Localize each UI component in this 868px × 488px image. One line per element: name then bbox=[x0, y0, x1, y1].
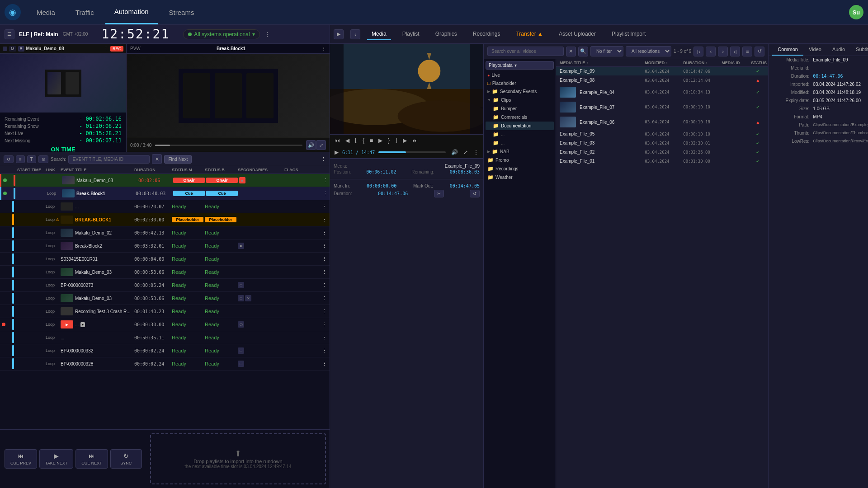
channel-more-btn[interactable]: ⋮ bbox=[264, 31, 270, 38]
tab-video[interactable]: Video bbox=[803, 44, 827, 56]
filter-dropdown[interactable]: No filter bbox=[590, 46, 623, 56]
folder-secondary-events[interactable]: ▶ 📁 Secondary Events bbox=[486, 87, 554, 96]
play-btn[interactable]: ▶ bbox=[377, 136, 384, 145]
file-row[interactable]: Example_File_04 03.04.2024 00:10:34.13 ✓ bbox=[556, 85, 768, 100]
table-row[interactable]: Loop Makalu_Demo_03 00:00:53.06 Ready Re… bbox=[0, 292, 330, 305]
view-toggle[interactable]: ≡ bbox=[742, 47, 752, 56]
file-row[interactable]: Example_File_06 03.04.2024 00:00:10.18 ▲ bbox=[556, 115, 768, 130]
mark-in2-btn[interactable]: { bbox=[361, 136, 366, 145]
next-frame-btn[interactable]: ▶ bbox=[401, 136, 409, 145]
pvw-volume-btn[interactable]: 🔊 bbox=[306, 140, 316, 150]
row-more[interactable]: ⋮ bbox=[322, 282, 330, 288]
pvw-more[interactable]: ⋮ bbox=[321, 46, 326, 51]
folder-placeholder[interactable]: □ Placeholder bbox=[486, 79, 554, 87]
browser-search-input[interactable] bbox=[487, 47, 564, 56]
table-row[interactable]: Loop Makalu_Demo_02 00:00:42.13 Ready Re… bbox=[0, 226, 330, 239]
video-volume-btn[interactable]: 🔊 bbox=[449, 148, 460, 156]
search-clear-icon[interactable]: ✕ bbox=[566, 47, 576, 56]
file-row[interactable]: Example_File_01 03.04.2024 00:01:30.00 ✓ bbox=[556, 157, 768, 166]
prev-frame-btn[interactable]: ◀ bbox=[344, 136, 351, 145]
pagination-last[interactable]: ›| bbox=[730, 47, 740, 56]
mark-out2-btn[interactable]: ⌋ bbox=[393, 136, 399, 145]
right-nav-media[interactable]: Media bbox=[367, 28, 391, 40]
right-nav-recordings[interactable]: Recordings bbox=[468, 28, 505, 40]
app-logo[interactable]: ◉ bbox=[5, 4, 21, 20]
table-row[interactable]: Loop Break-Block1 00:03:40.03 Cue Cue ⋮ bbox=[0, 187, 330, 200]
search-clear-btn[interactable]: ✕ bbox=[152, 154, 162, 164]
folder-documentation[interactable]: 📁 Documentation bbox=[486, 122, 554, 130]
event-search-input[interactable] bbox=[68, 155, 150, 164]
folder-commercials[interactable]: 📁 Commercials bbox=[486, 113, 554, 122]
folder-recordings[interactable]: 📁 Recordings bbox=[486, 164, 554, 173]
table-row[interactable]: Loop ▶ ... ▾ 00:00:30.00 Ready Ready ⬡ ⋮ bbox=[0, 318, 330, 331]
row-more[interactable]: ⋮ bbox=[323, 178, 330, 183]
table-row[interactable]: Loop ⚠ BREAK-BLOCK1 00:02:30.00 Placehol… bbox=[0, 213, 330, 226]
preview-more[interactable]: ⋮ bbox=[104, 46, 108, 52]
row-more[interactable]: ⋮ bbox=[322, 348, 330, 354]
table-row[interactable]: Loop ... 00:00:20.07 Ready Ready ⋮ bbox=[0, 200, 330, 213]
row-more[interactable]: ⋮ bbox=[322, 309, 330, 314]
seek-start-btn[interactable]: ⏮ bbox=[333, 136, 342, 145]
right-nav-graphics[interactable]: Graphics bbox=[431, 28, 462, 40]
refresh-btn[interactable]: ↺ bbox=[4, 155, 14, 163]
playoutdata-dropdown[interactable]: Playoutdata ▾ bbox=[486, 61, 554, 70]
nav-media[interactable]: Media bbox=[28, 0, 64, 24]
find-next-btn[interactable]: Find Next bbox=[164, 155, 192, 164]
right-nav-playlist-import[interactable]: Playlist Import bbox=[607, 28, 650, 40]
resolution-dropdown[interactable]: All resolutions bbox=[626, 46, 671, 56]
channel-menu-btn[interactable]: ☰ bbox=[5, 29, 14, 39]
row-more[interactable]: ⋮ bbox=[322, 256, 330, 262]
folder-misc1[interactable]: 📁 ... bbox=[486, 130, 554, 139]
align-btn[interactable]: ≡ bbox=[16, 155, 25, 163]
cut-btn[interactable]: ✂ bbox=[434, 190, 444, 197]
right-nav-transfer[interactable]: Transfer ▲ bbox=[511, 28, 547, 40]
file-row[interactable]: Example_File_08 03.04.2024 00:12:14.04 ▲ bbox=[556, 76, 768, 85]
nav-automation[interactable]: Automation bbox=[105, 0, 158, 24]
video-more-btn[interactable]: ⋮ bbox=[472, 148, 481, 156]
table-row[interactable]: Loop BP-0000000332 00:00:02.24 Ready Rea… bbox=[0, 344, 330, 357]
folder-nab[interactable]: ▶ 📁 NAB bbox=[486, 147, 554, 156]
file-row[interactable]: Example_File_05 03.04.2024 00:00:10.10 ✓ bbox=[556, 130, 768, 139]
tab-subtitle[interactable]: Subtitle bbox=[850, 44, 868, 56]
video-play-main-btn[interactable]: ▶ bbox=[333, 148, 340, 156]
table-row[interactable]: Loop Makalu_Demo_03 00:00:53.06 Ready Re… bbox=[0, 266, 330, 279]
reset-btn[interactable]: ↺ bbox=[470, 190, 480, 197]
folder-promo[interactable]: 📁 Promo bbox=[486, 156, 554, 164]
file-row[interactable]: Example_File_02 03.04.2024 00:02:26.00 ✓ bbox=[556, 148, 768, 157]
row-more[interactable]: ⋮ bbox=[322, 322, 330, 328]
right-nav-asset-uploader[interactable]: Asset Uploader bbox=[554, 28, 600, 40]
nav-traffic[interactable]: Traffic bbox=[66, 0, 103, 24]
row-more[interactable]: ⋮ bbox=[322, 361, 330, 367]
status-chevron[interactable]: ▾ bbox=[252, 31, 255, 38]
cue-prev-btn[interactable]: ⏮ CUE PREV bbox=[5, 449, 37, 469]
right-back-btn[interactable]: ▶ bbox=[334, 29, 344, 39]
right-nav-playlist[interactable]: Playlist bbox=[398, 28, 424, 40]
mark-in-btn[interactable]: ⌊ bbox=[353, 136, 359, 145]
file-row[interactable]: Example_File_03 03.04.2024 00:02:30.01 ✓ bbox=[556, 139, 768, 148]
table-row[interactable]: Loop BP-0000000328 00:00:02.24 Ready Rea… bbox=[0, 357, 330, 371]
file-row[interactable]: Example_File_09 03.04.2024 00:14:47.06 ✓ bbox=[556, 67, 768, 76]
right-nav-prev[interactable]: ‹ bbox=[350, 29, 360, 39]
video-fullscreen-btn[interactable]: ⤢ bbox=[462, 148, 470, 156]
pagination-first[interactable]: |‹ bbox=[693, 47, 703, 56]
clock-btn[interactable]: ⊙ bbox=[38, 155, 48, 163]
folder-bumper[interactable]: 📁 Bumper bbox=[486, 104, 554, 113]
row-more[interactable]: ⋮ bbox=[322, 296, 330, 301]
pagination-next[interactable]: › bbox=[718, 47, 728, 56]
playlist-drop-zone[interactable]: ⬆ Drop playlists to import into the rund… bbox=[150, 433, 326, 484]
sync-btn[interactable]: ↻ SYNC bbox=[110, 449, 142, 469]
search-icon[interactable]: 🔍 bbox=[578, 47, 588, 56]
row-more[interactable]: ⋮ bbox=[322, 243, 330, 249]
table-row[interactable]: Makalu_Demo_08 -00:02:06 OnAir OnAir ■ ⋮ bbox=[0, 174, 330, 187]
nav-streams[interactable]: Streams bbox=[160, 0, 203, 24]
refresh-browser[interactable]: ↺ bbox=[755, 47, 764, 56]
table-more-btn[interactable]: ⋮ bbox=[321, 156, 326, 162]
table-row[interactable]: Loop ... 00:50:35.11 Ready Ready ⋮ bbox=[0, 331, 330, 344]
pvw-fullscreen-btn[interactable]: ⤢ bbox=[316, 140, 326, 150]
row-more[interactable]: ⋮ bbox=[323, 191, 330, 197]
seek-end-btn[interactable]: ⏭ bbox=[410, 136, 420, 145]
video-progress-bar[interactable] bbox=[378, 151, 446, 153]
table-row[interactable]: Loop Break-Block2 00:03:32.01 Ready Read… bbox=[0, 239, 330, 253]
folder-misc2[interactable]: 📁 ... bbox=[486, 139, 554, 147]
tab-common[interactable]: Common bbox=[772, 44, 803, 56]
